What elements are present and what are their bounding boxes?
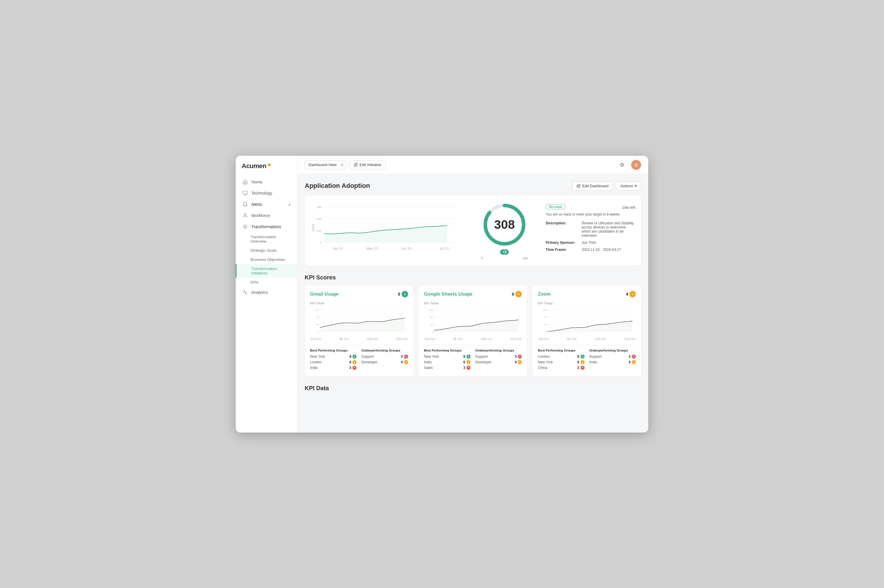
svg-text:60: 60	[430, 316, 433, 318]
kpi-groups: Best Performing Groups New York 8 ▲ Indi…	[424, 345, 522, 371]
sponsor-label: Primary Sponsor:	[546, 240, 578, 244]
edit-dashboard-label: Edit Dashboard	[582, 184, 609, 188]
gauge-min-label: 0	[481, 256, 483, 260]
svg-text:30: 30	[544, 323, 547, 326]
svg-text:60: 60	[544, 316, 547, 318]
kpi-card-google-sheets: Google Sheets Usage 6 ▲ KPI Trend	[419, 286, 528, 376]
group-row: London 8 ▲	[538, 354, 584, 358]
kpi-score-badge: 8 ▲	[398, 291, 408, 297]
sidebar-item-technology[interactable]: Technology	[236, 188, 297, 199]
sidebar-item-label: Analytics	[251, 290, 268, 295]
kpi-x-labels: 2nd Oct 9th Oct 16th Oct 23rd Oct	[538, 338, 636, 340]
dot-orange-icon: ▲	[404, 360, 408, 364]
svg-text:Jun 23: Jun 23	[401, 247, 412, 250]
sidebar: Acumen Home Technology	[236, 156, 298, 432]
svg-point-3	[244, 213, 246, 215]
kpi-card-zoom: Zoom 4 ▲ KPI Trend	[532, 286, 641, 376]
kpi-line-chart-zoom: 100 60 30 0	[538, 307, 636, 336]
group-row: China 3 ▼	[538, 366, 584, 370]
dashboard-view-select[interactable]: Dashboard View	[305, 160, 346, 169]
kpi-scores-title: KPI Scores	[305, 274, 641, 281]
adoption-chart-area: 360 240 120 0 Score Apr 23 May 23 Jun	[311, 201, 468, 260]
kpi-x-labels: 2nd Oct 9th Oct 16th Oct 23rd Oct	[424, 338, 522, 340]
group-row: India 3 ▼	[310, 366, 356, 370]
weeks-left-label: 18w left	[622, 205, 635, 210]
sponsor-row: Primary Sponsor: Joe Trish	[546, 240, 635, 244]
best-performing-group: Best Performing Groups London 8 ▲ New Yo…	[538, 349, 584, 371]
group-row: Developer 4 ▲	[475, 360, 522, 364]
sidebar-item-home[interactable]: Home	[236, 176, 297, 188]
timeframe-value: 2022-11-02 - 2024-03-27	[582, 248, 621, 252]
score-trend-up-icon: ▲	[516, 291, 522, 297]
kpi-groups: Best Performing Groups New York 8 ▲ Lond…	[310, 345, 408, 371]
svg-text:Score: Score	[311, 224, 315, 231]
pencil-icon	[577, 184, 580, 188]
timeframe-label: Time Frame:	[546, 248, 578, 252]
app-frame: Acumen Home Technology	[236, 156, 648, 432]
underperforming-group: Underperforming Groups Support 3 ▼ Devel…	[475, 349, 522, 371]
dot-red-icon: ▼	[352, 366, 356, 370]
kpi-card-header: Gmail Usage 8 ▲	[310, 291, 408, 297]
top-bar: Dashboard View ▾ Edit Initiative ⚙ A	[298, 156, 648, 174]
sidebar-item-label: Workforce	[251, 213, 270, 218]
group-row: India 6 ▲	[424, 360, 471, 364]
logo: Acumen	[236, 156, 297, 175]
settings-button[interactable]: ⚙	[617, 160, 627, 170]
alerts-chevron-icon: ▲	[288, 202, 292, 206]
sidebar-item-strategic-goals[interactable]: Strategic Goals	[236, 246, 297, 255]
analytics-icon	[242, 290, 248, 295]
adoption-gauge-area: 308 +2 0 360	[475, 201, 534, 260]
svg-text:120: 120	[316, 229, 322, 232]
dot-orange-icon: ▲	[352, 360, 356, 364]
top-bar-right: ⚙ A	[617, 160, 641, 170]
kpi-cards-grid: Gmail Usage 8 ▲ KPI Trend	[305, 286, 641, 376]
user-avatar-button[interactable]: A	[631, 160, 641, 170]
gauge-range-labels: 0 360	[481, 256, 528, 260]
logo-accent	[268, 164, 271, 166]
edit-initiative-label: Edit Initiative	[359, 162, 381, 167]
home-icon	[242, 179, 248, 184]
svg-text:240: 240	[316, 217, 322, 220]
svg-text:60: 60	[316, 316, 319, 318]
group-row: New York 8 ▲	[310, 354, 356, 358]
best-performing-group: Best Performing Groups New York 8 ▲ Indi…	[424, 349, 471, 371]
svg-text:0: 0	[546, 330, 547, 333]
group-row: Developer 4 ▲	[361, 360, 408, 364]
status-badge: On track	[546, 204, 565, 209]
sidebar-item-analytics[interactable]: Analytics	[236, 287, 297, 298]
dot-orange-icon: ▲	[466, 360, 471, 364]
logo-text: Acumen	[242, 162, 266, 170]
svg-text:Jul 23: Jul 23	[439, 247, 448, 250]
adoption-line-chart: 360 240 120 0 Score Apr 23 May 23 Jun	[311, 201, 468, 254]
sidebar-item-business-objectives[interactable]: Business Objectives	[236, 255, 297, 264]
adoption-section-header: Application Adoption Edit Dashboard Acti…	[305, 182, 641, 190]
kpi-card-header: Google Sheets Usage 6 ▲	[424, 291, 522, 297]
actions-button[interactable]: Actions ▾	[616, 182, 641, 190]
transformations-submenu: Transformation Overview Strategic Goals …	[236, 232, 297, 287]
kpi-score-badge: 6 ▲	[512, 291, 522, 297]
sidebar-item-kpis[interactable]: KPIs	[236, 278, 297, 287]
dot-orange-icon: ▲	[632, 360, 636, 364]
sidebar-item-transformation-initiatives[interactable]: Transformation Initiatives	[236, 264, 297, 278]
kpi-x-labels: 2nd Oct 9th Oct 16th Oct 23rd Oct	[310, 338, 408, 340]
svg-text:30: 30	[430, 323, 433, 326]
bell-icon	[242, 202, 248, 207]
svg-text:Apr 23: Apr 23	[333, 247, 343, 250]
svg-text:0: 0	[320, 241, 322, 244]
group-row: Sales 3 ▼	[424, 366, 471, 370]
svg-text:30: 30	[316, 323, 319, 326]
dot-green-icon: ▲	[466, 354, 471, 358]
sidebar-item-transformations[interactable]: Transformations	[236, 221, 297, 232]
kpi-trend-label: KPI Trend	[424, 302, 522, 305]
edit-initiative-button[interactable]: Edit Initiative	[349, 160, 386, 169]
dot-red-icon: ▼	[518, 354, 522, 358]
track-message: You are on track to meet your target in …	[546, 212, 635, 216]
dashboard-view-select-wrapper[interactable]: Dashboard View ▾	[305, 160, 346, 169]
section-actions: Edit Dashboard Actions ▾	[572, 182, 641, 190]
group-row: New York 8 ▲	[424, 354, 471, 358]
edit-dashboard-button[interactable]: Edit Dashboard	[572, 182, 613, 190]
kpi-card-title: Zoom	[538, 291, 551, 297]
sidebar-item-transformation-overview[interactable]: Transformation Overview	[236, 232, 297, 246]
sidebar-item-alerts[interactable]: Alerts ▲	[236, 199, 297, 210]
sidebar-item-workforce[interactable]: Workforce	[236, 210, 297, 221]
